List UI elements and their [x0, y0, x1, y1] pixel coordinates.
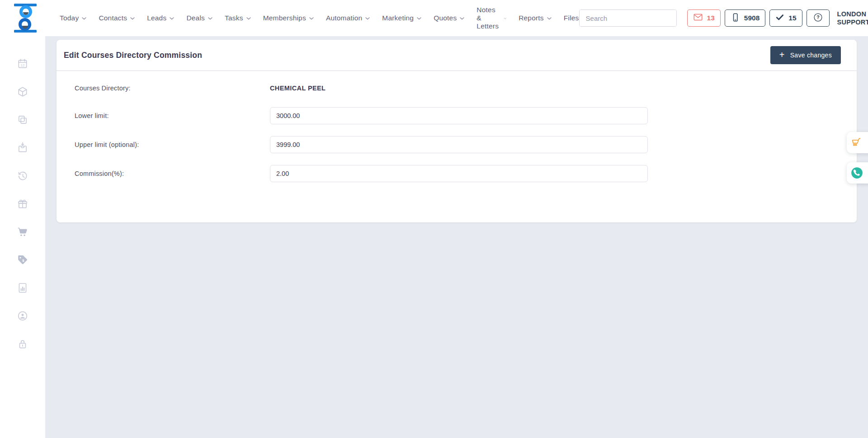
- sidebar-icon-history[interactable]: [17, 170, 28, 182]
- upper-limit-label: Upper limit (optional):: [75, 141, 270, 148]
- check-icon: [775, 13, 784, 24]
- nav-item-leads[interactable]: Leads: [147, 14, 174, 22]
- chevron-down-icon: [547, 17, 552, 20]
- page-title: Edit Courses Directory Commission: [64, 51, 202, 60]
- sidebar-icon-account[interactable]: [17, 310, 28, 322]
- search-box: [579, 9, 677, 27]
- form-row-upper-limit: Upper limit (optional):: [75, 136, 857, 153]
- chevron-down-icon: [246, 17, 251, 20]
- chevron-down-icon: [365, 17, 370, 20]
- chevron-down-icon: [82, 17, 86, 20]
- sidebar-icon-calendar[interactable]: 12: [17, 58, 28, 70]
- chevron-down-icon: [460, 17, 464, 20]
- chevron-down-icon: [130, 17, 135, 20]
- sidebar-icon-gift[interactable]: [17, 198, 28, 210]
- messages-badge[interactable]: 13: [687, 9, 721, 27]
- edit-commission-panel: Edit Courses Directory Commission + Save…: [57, 40, 857, 222]
- tasks-count: 15: [788, 14, 796, 22]
- top-bar: TodayContactsLeadsDealsTasksMembershipsA…: [0, 0, 868, 36]
- sidebar-icon-bag-download[interactable]: [17, 142, 28, 154]
- upper-limit-input[interactable]: [270, 136, 648, 153]
- chevron-down-icon: [309, 17, 314, 20]
- chevron-down-icon: [208, 17, 212, 20]
- panel-header: Edit Courses Directory Commission + Save…: [57, 40, 857, 71]
- nav-item-files[interactable]: Files: [564, 14, 579, 22]
- sidebar: 12: [0, 36, 45, 438]
- svg-text:?: ?: [816, 14, 819, 20]
- commission-input[interactable]: [270, 165, 648, 182]
- question-icon: ?: [813, 12, 823, 24]
- nav-item-notes-letters[interactable]: Notes & Letters: [476, 6, 506, 30]
- cart-widget-button[interactable]: [847, 132, 868, 153]
- nav-item-memberships[interactable]: Memberships: [263, 14, 314, 22]
- user-name: LONDON SUPPORT: [837, 10, 868, 26]
- save-button-label: Save changes: [790, 52, 832, 59]
- whatsapp-widget-button[interactable]: [847, 162, 868, 184]
- chevron-down-icon: [504, 17, 506, 20]
- form-row-lower-limit: Lower limit:: [75, 107, 857, 124]
- lower-limit-label: Lower limit:: [75, 112, 270, 119]
- nav-item-contacts[interactable]: Contacts: [99, 14, 135, 22]
- nav-item-today[interactable]: Today: [60, 14, 86, 22]
- nav-item-marketing[interactable]: Marketing: [382, 14, 421, 22]
- plus-icon: +: [779, 50, 785, 59]
- commission-label: Commission(%):: [75, 170, 270, 177]
- courses-directory-label: Courses Directory:: [75, 85, 270, 92]
- messages-count: 13: [707, 14, 715, 22]
- tasks-badge[interactable]: 15: [769, 9, 802, 27]
- sidebar-icon-cart[interactable]: [17, 226, 28, 238]
- nav-item-tasks[interactable]: Tasks: [225, 14, 251, 22]
- calls-badge[interactable]: 5908: [725, 9, 765, 27]
- search-input[interactable]: [580, 10, 677, 26]
- help-button[interactable]: ?: [807, 9, 830, 27]
- panel-body: Courses Directory: CHEMICAL PEEL Lower l…: [57, 71, 857, 182]
- chevron-down-icon: [417, 17, 421, 20]
- calls-count: 5908: [744, 14, 760, 22]
- phone-call-icon: [851, 167, 863, 179]
- nav-item-automation[interactable]: Automation: [326, 14, 370, 22]
- nav-item-quotes[interactable]: Quotes: [434, 14, 464, 22]
- courses-directory-value: CHEMICAL PEEL: [270, 85, 326, 92]
- cart-icon: [851, 137, 862, 148]
- phone-icon: [731, 13, 740, 24]
- app-logo[interactable]: [12, 4, 39, 33]
- form-row-commission: Commission(%):: [75, 165, 857, 182]
- save-changes-button[interactable]: + Save changes: [770, 46, 841, 64]
- sidebar-icon-package[interactable]: [17, 86, 28, 98]
- header-right: 13 5908 15: [579, 8, 868, 28]
- sidebar-icon-lock[interactable]: [17, 338, 28, 350]
- nav-item-deals[interactable]: Deals: [186, 14, 212, 22]
- form-row-courses-directory: Courses Directory: CHEMICAL PEEL: [75, 85, 857, 92]
- lower-limit-input[interactable]: [270, 107, 648, 124]
- main-nav: TodayContactsLeadsDealsTasksMembershipsA…: [60, 6, 579, 30]
- main-content: Edit Courses Directory Commission + Save…: [45, 36, 868, 438]
- envelope-icon: [693, 12, 703, 24]
- svg-text:12: 12: [20, 63, 25, 67]
- sidebar-icon-duplicate[interactable]: [17, 114, 28, 126]
- sidebar-icon-price-tag[interactable]: $: [17, 254, 28, 266]
- app-screen: TodayContactsLeadsDealsTasksMembershipsA…: [0, 0, 868, 438]
- chevron-down-icon: [170, 17, 174, 20]
- sidebar-icon-report[interactable]: [17, 282, 28, 294]
- nav-item-reports[interactable]: Reports: [519, 14, 552, 22]
